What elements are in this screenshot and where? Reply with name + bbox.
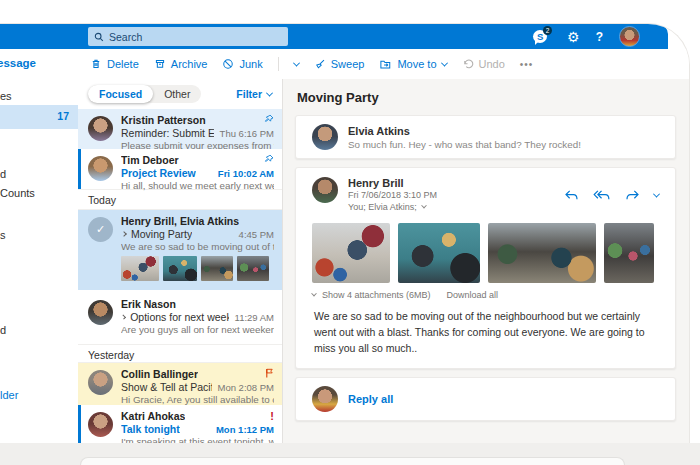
sidebar-folder-3[interactable]: s [0, 229, 6, 241]
reply-icon[interactable] [564, 190, 579, 201]
tab-focused[interactable]: Focused [88, 85, 153, 103]
delete-label: Delete [107, 58, 139, 70]
sweep-button[interactable]: Sweep [314, 58, 365, 70]
sidebar-folder-2[interactable]: Counts [0, 187, 35, 199]
avatar [312, 124, 338, 150]
undo-button[interactable]: Undo [462, 58, 505, 70]
photo-attachment[interactable] [312, 223, 390, 283]
reply-all-icon[interactable] [593, 190, 611, 201]
photo-thumbnail[interactable] [237, 256, 269, 281]
junk-chevron-icon[interactable] [293, 59, 300, 66]
more-options-icon[interactable]: ••• [520, 59, 534, 70]
avatar [88, 156, 113, 181]
help-icon[interactable]: ? [596, 30, 603, 44]
reading-pane: Moving Party Elvia Atkins So much fun. H… [283, 79, 689, 443]
message-preview: So much fun. Hey - who was that band? Th… [348, 139, 581, 150]
conversation-title: Moving Party [297, 90, 676, 105]
filter-label: Filter [236, 88, 262, 100]
sender-name: Collin Ballinger [121, 368, 198, 381]
inbox-unread-count: 17 [57, 110, 69, 122]
outlook-app: S 2 ⚙ ? essage Delete [0, 0, 700, 465]
message-row-henry[interactable]: ✓ Henry Brill, Elvia Atkins Moving Party… [78, 210, 282, 290]
preview: Are you guys all on for next weekend? I … [121, 324, 274, 336]
avatar [88, 370, 113, 395]
avatar [88, 116, 113, 141]
sidebar-folder-1[interactable]: d [0, 168, 6, 180]
delete-button[interactable]: Delete [90, 58, 139, 70]
new-message-button[interactable]: essage [0, 57, 36, 69]
recipients-chevron-icon[interactable] [421, 203, 427, 209]
move-to-button[interactable]: Move to [379, 58, 446, 70]
expand-chevron-icon[interactable] [121, 231, 127, 237]
sender-name: Kristin Patterson [121, 114, 206, 127]
flag-icon[interactable] [265, 368, 274, 381]
search-input[interactable] [109, 31, 269, 43]
message-row-katri[interactable]: Katri Ahokas ! Talk tonight Mon 1:12 PM … [78, 405, 282, 443]
photo-thumbnail[interactable] [121, 256, 159, 281]
reply-all-card[interactable]: Reply all [295, 377, 676, 421]
filter-button[interactable]: Filter [236, 88, 272, 100]
topbar-actions: S 2 ⚙ ? [533, 24, 640, 49]
download-all-link[interactable]: Download all [447, 290, 499, 300]
collapsed-message-card[interactable]: Elvia Atkins So much fun. Hey - who was … [295, 115, 676, 159]
attachments-summary[interactable]: Show 4 attachments (6MB) [322, 290, 431, 300]
photo-thumbnail[interactable] [201, 256, 233, 281]
photo-attachment[interactable] [488, 223, 596, 283]
message-row-erik[interactable]: Erik Nason Options for next week's event… [78, 290, 282, 344]
message-body: We are so sad to be moving out of the ne… [314, 309, 657, 356]
settings-gear-icon[interactable]: ⚙ [567, 30, 580, 44]
timestamp: 4:45 PM [233, 228, 274, 241]
high-importance-icon: ! [270, 410, 274, 423]
new-folder-link[interactable]: lder [0, 389, 18, 401]
pin-icon[interactable] [264, 154, 274, 167]
preview: I'm speaking at this event tonight, woul… [121, 436, 274, 443]
message-row-tim[interactable]: Tim Deboer Project Review Fri 10:02 AM H… [78, 149, 282, 189]
selected-check-icon[interactable]: ✓ [88, 217, 113, 242]
message-more-chevron-icon[interactable] [653, 190, 660, 197]
message-row-kristin[interactable]: Kristin Patterson Reminder: Submit Expen… [78, 109, 282, 149]
search-icon [94, 32, 104, 42]
message-row-collin[interactable]: Collin Ballinger Show & Tell at Pacific … [78, 363, 282, 405]
attachment-thumbnails [121, 256, 274, 281]
photo-attachment[interactable] [604, 223, 654, 283]
move-to-label: Move to [397, 58, 436, 70]
expanded-message-card: Henry Brill Fri 7/06/2018 3:10 PM You; E… [295, 167, 676, 369]
folder-sidebar: es 17 d Counts s d lder [0, 79, 78, 443]
photo-thumbnail[interactable] [163, 256, 197, 281]
sidebar-folder-4[interactable]: d [0, 324, 6, 336]
preview: We are so sad to be moving out of the ne… [121, 241, 274, 253]
favorites-header: es [0, 90, 12, 102]
section-header-yesterday: Yesterday [78, 344, 282, 363]
attachment-photos [312, 223, 659, 283]
message-header: Henry Brill Fri 7/06/2018 3:10 PM You; E… [312, 177, 659, 213]
attachments-chevron-icon[interactable] [311, 291, 317, 297]
forward-icon[interactable] [625, 190, 640, 201]
avatar [312, 386, 338, 412]
subject: Show & Tell at Pacific Crest [121, 381, 212, 394]
pin-icon[interactable] [264, 114, 274, 127]
account-avatar[interactable] [619, 26, 640, 47]
expand-chevron-icon[interactable] [121, 314, 126, 319]
search-box[interactable] [88, 27, 288, 46]
filter-chevron-icon [266, 89, 273, 96]
timestamp: 11:29 AM [229, 311, 274, 324]
skype-icon[interactable]: S 2 [533, 29, 551, 45]
subject: Talk tonight [121, 423, 180, 436]
sender-name: Elvia Atkins [348, 125, 581, 137]
toolbar-divider [278, 57, 279, 71]
undo-icon [462, 58, 474, 70]
timestamp: Mon 1:12 PM [210, 423, 274, 436]
avatar [88, 412, 113, 437]
photo-attachment[interactable] [398, 223, 480, 283]
list-tabs-row: Focused Other Filter [78, 79, 282, 109]
content-area: es 17 d Counts s d lder Focused Other [0, 79, 689, 443]
avatar [312, 177, 338, 203]
move-to-chevron-icon [440, 59, 447, 66]
sender-name: Henry Brill, Elvia Atkins [121, 215, 239, 228]
junk-button[interactable]: Junk [222, 58, 262, 70]
sidebar-item-inbox[interactable]: 17 [0, 105, 78, 129]
tab-other[interactable]: Other [153, 85, 201, 103]
subject: Moving Party [131, 228, 192, 241]
archive-button[interactable]: Archive [154, 58, 208, 70]
command-toolbar: essage Delete Archive [0, 49, 689, 79]
